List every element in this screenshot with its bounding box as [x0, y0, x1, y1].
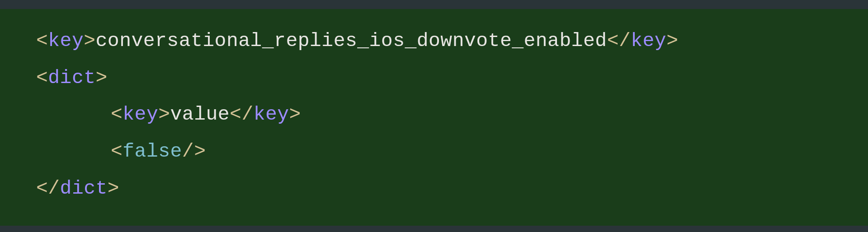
- bracket-open: </: [230, 103, 254, 125]
- top-bar: [0, 0, 868, 9]
- bracket-close: >: [666, 30, 678, 52]
- bracket-close: >: [289, 103, 301, 125]
- bracket-open: </: [607, 30, 631, 52]
- tag-dict: dict: [48, 67, 95, 89]
- tag-content: conversational_replies_ios_downvote_enab…: [96, 30, 607, 52]
- bracket-close: >: [108, 177, 119, 200]
- bracket-open: <: [36, 30, 48, 52]
- bracket-open: </: [36, 177, 60, 200]
- tag-false: false: [123, 140, 182, 162]
- code-line-5: </dict>: [36, 170, 832, 207]
- bracket-open: <: [111, 140, 123, 162]
- tag-key: key: [48, 30, 84, 52]
- tag-key: key: [123, 103, 158, 125]
- bottom-bar: [0, 226, 868, 232]
- code-line-1: <key>conversational_replies_ios_downvote…: [36, 23, 832, 60]
- tag-key: key: [254, 103, 289, 125]
- tag-key: key: [631, 30, 666, 52]
- tag-content: value: [170, 103, 230, 125]
- bracket-close: >: [158, 103, 170, 125]
- bracket-open: <: [111, 103, 123, 125]
- bracket-close: >: [84, 30, 95, 52]
- code-line-2: <dict>: [36, 60, 832, 97]
- bracket-close: >: [96, 67, 108, 89]
- code-block: <key>conversational_replies_ios_downvote…: [0, 9, 868, 226]
- bracket-self-close: />: [182, 140, 206, 162]
- bracket-open: <: [36, 67, 48, 89]
- code-line-3: <key>value</key>: [36, 96, 832, 133]
- tag-dict: dict: [60, 177, 108, 200]
- code-line-4: <false/>: [36, 133, 832, 170]
